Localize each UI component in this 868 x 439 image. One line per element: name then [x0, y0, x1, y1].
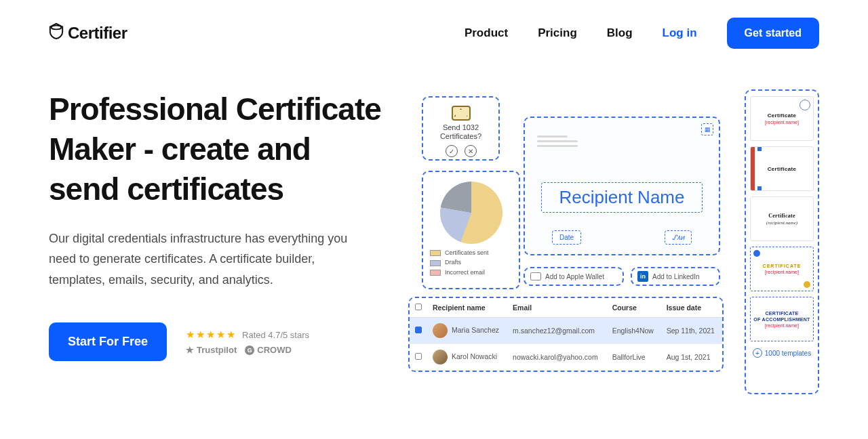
recipients-table: Recipient name Email Course Issue date M…: [408, 297, 724, 372]
analytics-card: Certificates sent Drafts Incorrect email: [422, 171, 520, 289]
add-to-apple-wallet: Add to Apple Wallet: [524, 267, 624, 286]
nav-pricing[interactable]: Pricing: [538, 26, 577, 40]
table-row[interactable]: Maria Sanchez m.sanchez12@gmail.com Engl…: [410, 318, 722, 344]
th-date: Issue date: [661, 298, 722, 318]
table-row[interactable]: Karol Nowacki nowacki.karol@yahoo.com Ba…: [410, 344, 722, 371]
template-thumb: CERTIFICATE [recipient.name]: [750, 247, 814, 291]
star-icon: ★: [216, 329, 225, 341]
get-started-button[interactable]: Get started: [727, 18, 819, 49]
trustpilot-icon: ★: [186, 345, 194, 355]
hero-title: Professional Certificate Maker - create …: [49, 89, 388, 209]
start-for-free-button[interactable]: Start For Free: [49, 322, 167, 361]
envelope-icon: [452, 106, 471, 121]
brand-name: Certifier: [68, 24, 127, 43]
star-icon: ★: [196, 329, 205, 341]
g2-icon: G: [245, 346, 254, 355]
linkedin-icon: in: [637, 271, 648, 282]
template-thumb: Certificate (recipient.name): [750, 196, 814, 241]
nav-product[interactable]: Product: [465, 26, 508, 40]
g2crowd-badge: GCROWD: [245, 345, 292, 355]
th-email: Email: [507, 298, 607, 318]
date-field: Date: [552, 230, 581, 245]
top-nav: Certifier Product Pricing Blog Log in Ge…: [0, 0, 868, 49]
plus-icon: +: [753, 348, 762, 358]
templates-column: Certificate [recipient.name] Certificate…: [745, 89, 819, 394]
svg-point-0: [52, 26, 62, 30]
star-icon: ★: [206, 329, 215, 341]
avatar: [433, 323, 448, 338]
templates-count[interactable]: + 1000 templates: [753, 348, 811, 358]
th-course: Course: [607, 298, 661, 318]
checkbox-all[interactable]: [415, 304, 422, 310]
legend-incorrect: Incorrect email: [430, 268, 512, 277]
nav-login[interactable]: Log in: [663, 26, 697, 40]
hero-subtitle: Our digital credentials infrastructure h…: [49, 228, 368, 291]
rating-label: Rated 4.7/5 stars: [242, 330, 309, 340]
nav-blog[interactable]: Blog: [607, 26, 633, 40]
add-to-linkedin: in Add to LinkedIn: [631, 267, 720, 286]
certificate-preview: ▦ Recipient Name Date ᔑ٨ͷ: [524, 117, 720, 255]
avatar: [433, 350, 448, 364]
hero-illustration: Send 1032Certificates? ✓ ✕ Certificates …: [408, 89, 868, 361]
wallet-icon: [530, 272, 541, 280]
star-icon: ★: [186, 329, 195, 341]
th-name: Recipient name: [427, 298, 507, 318]
template-thumb: CERTIFICATE OF ACCOMPLISHMENT [recipient…: [750, 297, 814, 341]
checkbox[interactable]: [415, 353, 422, 360]
brand-logo[interactable]: Certifier: [49, 22, 127, 44]
template-thumb: Certificate [recipient.name]: [750, 96, 814, 141]
star-icon: ★: [226, 329, 235, 341]
legend-drafts: Drafts: [430, 257, 512, 267]
template-thumb: Certificate: [750, 146, 814, 191]
pie-chart-icon: [440, 182, 502, 244]
rating-block: ★ ★ ★ ★ ★ Rated 4.7/5 stars ★Trustpilot …: [186, 329, 309, 355]
logo-icon: [49, 22, 64, 44]
cert-header-lines: [537, 133, 578, 150]
cancel-icon: ✕: [465, 145, 477, 157]
confirm-icon: ✓: [446, 145, 458, 157]
recipient-name-field: Recipient Name: [541, 182, 703, 213]
legend-sent: Certificates sent: [430, 248, 512, 257]
qr-icon: ▦: [701, 123, 713, 135]
checkbox[interactable]: [415, 327, 422, 333]
signature-field: ᔑ٨ͷ: [665, 230, 692, 245]
trustpilot-badge: ★Trustpilot: [186, 345, 237, 355]
hero-section: Professional Certificate Maker - create …: [0, 49, 868, 361]
send-certificates-card: Send 1032Certificates? ✓ ✕: [422, 96, 500, 161]
